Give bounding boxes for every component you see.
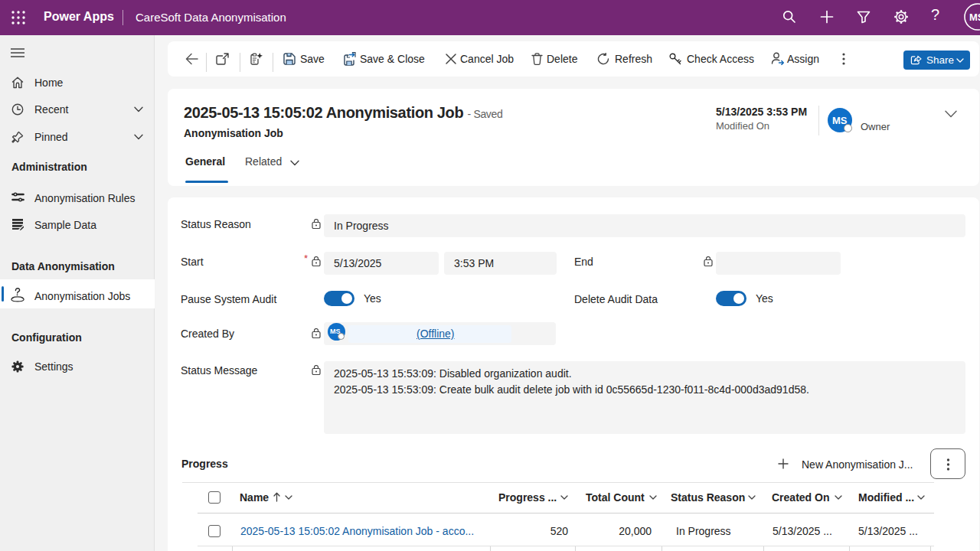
svg-text:MS: MS	[969, 11, 980, 23]
